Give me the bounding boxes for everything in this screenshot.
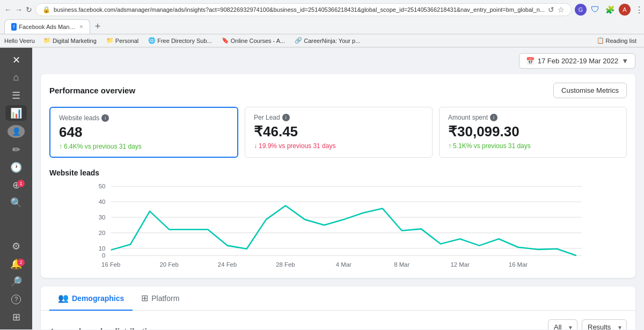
- sidebar-close-button[interactable]: ✕: [5, 52, 27, 68]
- sidebar-item-home[interactable]: ⌂: [5, 70, 27, 85]
- tab-demographics[interactable]: 👥 Demographics: [49, 287, 133, 311]
- page-header: 📅 17 Feb 2022-19 Mar 2022 ▼: [32, 48, 644, 74]
- arrow-down-icon: ↓: [254, 142, 257, 150]
- address-bar[interactable]: 🔒 business.facebook.com/adsmanager/manag…: [35, 3, 572, 16]
- sidebar-item-menu[interactable]: ☰: [5, 87, 27, 103]
- sidebar-item-history[interactable]: 🕐: [5, 160, 27, 175]
- link-icon: 🔗: [295, 37, 302, 44]
- sidebar-item-chart[interactable]: 📊: [5, 105, 27, 121]
- browser-tabs-bar: f Facebook Ads Manager - Ins... × +: [0, 19, 644, 34]
- profile-button[interactable]: A: [619, 4, 631, 16]
- svg-text:16 Mar: 16 Mar: [509, 261, 528, 268]
- bookmark-icon-4: 🔖: [222, 37, 229, 44]
- sidebar: ✕ ⌂ ☰ 📊 👤 ✏ 🕐 ⊕ 1 🔍 ⚙ 🔔: [0, 48, 32, 329]
- tab-platform-label: Platform: [151, 294, 179, 303]
- info-icon-amount[interactable]: i: [490, 114, 497, 121]
- chart-line: [111, 206, 576, 255]
- browser-chrome: ← → ↻ 🔒 business.facebook.com/adsmanager…: [0, 0, 644, 48]
- puzzle-button[interactable]: 🧩: [604, 3, 617, 16]
- sidebar-item-search[interactable]: 🔍: [5, 195, 27, 211]
- extensions-button[interactable]: G: [575, 4, 587, 16]
- reload-icon: ↺: [548, 5, 554, 14]
- svg-text:28 Feb: 28 Feb: [276, 261, 295, 268]
- metric-value-amount: ₹30,099.30: [448, 123, 618, 140]
- info-icon-leads[interactable]: i: [101, 114, 109, 122]
- chart-section: Website leads 50 40 30 20: [49, 168, 627, 269]
- shield-button[interactable]: 🛡: [589, 3, 602, 16]
- tabs-card: 👥 Demographics ⊞ Platform Age and gender…: [41, 287, 635, 329]
- metric-change-leads: ↑ 6.4K% vs previous 31 days: [59, 143, 229, 150]
- card-title: Performance overview: [49, 86, 135, 95]
- sidebar-item-edit[interactable]: ✏: [5, 142, 27, 158]
- sidebar-item-help[interactable]: ?: [5, 292, 27, 307]
- metric-label-amount: Amount spent i: [448, 114, 618, 121]
- results-filter-wrapper: Results: [582, 319, 627, 329]
- tab-demographics-label: Demographics: [72, 294, 124, 303]
- svg-text:30: 30: [99, 214, 106, 221]
- svg-text:24 Feb: 24 Feb: [218, 261, 237, 268]
- metric-card-per-lead: Per Lead i ₹46.45 ↓ 19.9% vs previous 31…: [245, 107, 433, 158]
- reading-list-button[interactable]: 📋 Reading list: [594, 36, 640, 45]
- back-button[interactable]: ←: [4, 4, 12, 15]
- sidebar-item-grid[interactable]: ⊞: [5, 310, 27, 325]
- metric-label-text-2: Per Lead: [254, 114, 280, 121]
- metric-change-text: 6.4K% vs previous 31 days: [64, 143, 142, 150]
- home-icon: ⌂: [13, 72, 19, 83]
- folder-icon: 📁: [43, 37, 51, 44]
- forward-button[interactable]: →: [15, 4, 23, 15]
- metric-label-text-3: Amount spent: [448, 114, 488, 121]
- tabs-content: Age and gender distribution All Results: [41, 311, 635, 329]
- metric-label-leads: Website leads i: [59, 114, 229, 122]
- active-tab[interactable]: f Facebook Ads Manager - Ins... ×: [4, 19, 90, 34]
- help-icon: ?: [11, 295, 21, 304]
- chevron-down-icon: ▼: [621, 57, 628, 65]
- new-tab-button[interactable]: +: [91, 20, 104, 33]
- metric-value-leads: 648: [59, 124, 229, 141]
- tabs-header: 👥 Demographics ⊞ Platform: [41, 287, 635, 311]
- calendar-icon: 📅: [526, 57, 535, 65]
- platform-icon: ⊞: [141, 293, 148, 303]
- sidebar-avatar[interactable]: 👤: [8, 125, 25, 137]
- bookmark-label-3: Free Directory Sub...: [157, 38, 211, 44]
- bookmark-label-2: Personal: [115, 38, 138, 44]
- search-icon: 🔍: [10, 197, 22, 209]
- greeting-text: Hello Veeru: [4, 38, 35, 44]
- metrics-row: Website leads i 648 ↑ 6.4K% vs previous …: [49, 107, 627, 158]
- tab-favicon: f: [11, 23, 17, 31]
- date-range-text: 17 Feb 2022-19 Mar 2022: [538, 57, 618, 65]
- people-icon: 👥: [58, 293, 69, 303]
- bookmark-personal[interactable]: 📁 Personal: [103, 36, 142, 45]
- more-button[interactable]: ⋮: [633, 3, 644, 16]
- profile-badge: 1: [17, 180, 25, 187]
- reading-list-label: Reading list: [606, 38, 636, 44]
- results-filter-select[interactable]: Results: [582, 319, 627, 329]
- tab-platform[interactable]: ⊞ Platform: [133, 287, 188, 311]
- tab-close-icon[interactable]: ×: [79, 23, 83, 31]
- tab-title: Facebook Ads Manager - Ins...: [19, 24, 77, 30]
- info-icon-per-lead[interactable]: i: [282, 114, 290, 121]
- section-title: Age and gender distribution: [49, 327, 157, 329]
- reading-list-icon: 📋: [597, 37, 604, 44]
- bookmark-online-courses[interactable]: 🔖 Online Courses - A...: [218, 36, 289, 45]
- all-filter-select[interactable]: All: [548, 319, 577, 329]
- refresh-button[interactable]: ↻: [26, 4, 32, 15]
- sidebar-item-settings[interactable]: ⚙: [5, 239, 27, 254]
- bookmark-free-directory[interactable]: 🌐 Free Directory Sub...: [145, 36, 215, 45]
- edit-icon: ✏: [12, 144, 20, 156]
- all-filter-wrapper: All: [548, 319, 577, 329]
- app-layout: ✕ ⌂ ☰ 📊 👤 ✏ 🕐 ⊕ 1 🔍 ⚙ 🔔: [0, 48, 644, 329]
- avatar-image: 👤: [12, 127, 21, 136]
- metric-change-text-2: 19.9% vs previous 31 days: [259, 142, 335, 150]
- date-range-picker[interactable]: 📅 17 Feb 2022-19 Mar 2022 ▼: [519, 53, 635, 69]
- content-area: 📅 17 Feb 2022-19 Mar 2022 ▼ Performance …: [32, 48, 644, 329]
- svg-text:4 Mar: 4 Mar: [336, 261, 352, 268]
- bookmark-star-icon[interactable]: ☆: [558, 5, 565, 14]
- sidebar-item-notifications[interactable]: 🔔 2: [5, 256, 27, 272]
- metric-label-per-lead: Per Lead i: [254, 114, 423, 121]
- sidebar-item-profile[interactable]: ⊕ 1: [5, 178, 27, 193]
- bookmark-digital-marketing[interactable]: 📁 Digital Marketing: [40, 36, 100, 45]
- sidebar-item-search2[interactable]: 🔎: [5, 274, 27, 290]
- bookmark-careerninja[interactable]: 🔗 CareerNinja: Your p...: [291, 36, 363, 45]
- customise-metrics-button[interactable]: Customise Metrics: [553, 83, 627, 98]
- svg-text:16 Feb: 16 Feb: [101, 261, 120, 268]
